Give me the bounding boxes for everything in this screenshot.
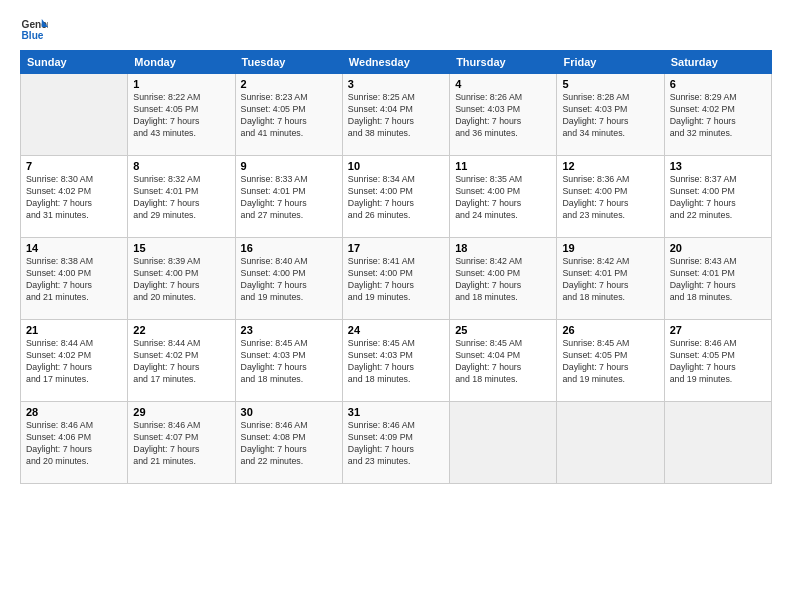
day-info: Sunrise: 8:30 AM Sunset: 4:02 PM Dayligh… (26, 174, 122, 222)
calendar-cell: 12Sunrise: 8:36 AM Sunset: 4:00 PM Dayli… (557, 156, 664, 238)
day-number: 7 (26, 160, 122, 172)
day-info: Sunrise: 8:35 AM Sunset: 4:00 PM Dayligh… (455, 174, 551, 222)
calendar-cell: 13Sunrise: 8:37 AM Sunset: 4:00 PM Dayli… (664, 156, 771, 238)
day-number: 10 (348, 160, 444, 172)
col-header-sunday: Sunday (21, 51, 128, 74)
day-info: Sunrise: 8:34 AM Sunset: 4:00 PM Dayligh… (348, 174, 444, 222)
calendar-cell: 17Sunrise: 8:41 AM Sunset: 4:00 PM Dayli… (342, 238, 449, 320)
calendar-cell: 27Sunrise: 8:46 AM Sunset: 4:05 PM Dayli… (664, 320, 771, 402)
logo: General Blue (20, 16, 48, 44)
day-number: 25 (455, 324, 551, 336)
day-info: Sunrise: 8:25 AM Sunset: 4:04 PM Dayligh… (348, 92, 444, 140)
day-number: 4 (455, 78, 551, 90)
day-info: Sunrise: 8:44 AM Sunset: 4:02 PM Dayligh… (26, 338, 122, 386)
calendar-cell: 25Sunrise: 8:45 AM Sunset: 4:04 PM Dayli… (450, 320, 557, 402)
calendar-cell: 18Sunrise: 8:42 AM Sunset: 4:00 PM Dayli… (450, 238, 557, 320)
calendar-cell: 30Sunrise: 8:46 AM Sunset: 4:08 PM Dayli… (235, 402, 342, 484)
week-row-2: 7Sunrise: 8:30 AM Sunset: 4:02 PM Daylig… (21, 156, 772, 238)
header-row: SundayMondayTuesdayWednesdayThursdayFrid… (21, 51, 772, 74)
day-number: 8 (133, 160, 229, 172)
calendar-cell: 10Sunrise: 8:34 AM Sunset: 4:00 PM Dayli… (342, 156, 449, 238)
day-info: Sunrise: 8:45 AM Sunset: 4:04 PM Dayligh… (455, 338, 551, 386)
day-info: Sunrise: 8:32 AM Sunset: 4:01 PM Dayligh… (133, 174, 229, 222)
calendar-cell: 23Sunrise: 8:45 AM Sunset: 4:03 PM Dayli… (235, 320, 342, 402)
calendar-cell (557, 402, 664, 484)
day-info: Sunrise: 8:22 AM Sunset: 4:05 PM Dayligh… (133, 92, 229, 140)
day-number: 29 (133, 406, 229, 418)
day-number: 16 (241, 242, 337, 254)
day-info: Sunrise: 8:44 AM Sunset: 4:02 PM Dayligh… (133, 338, 229, 386)
day-number: 27 (670, 324, 766, 336)
day-info: Sunrise: 8:45 AM Sunset: 4:05 PM Dayligh… (562, 338, 658, 386)
day-info: Sunrise: 8:29 AM Sunset: 4:02 PM Dayligh… (670, 92, 766, 140)
calendar-cell: 7Sunrise: 8:30 AM Sunset: 4:02 PM Daylig… (21, 156, 128, 238)
calendar-cell: 29Sunrise: 8:46 AM Sunset: 4:07 PM Dayli… (128, 402, 235, 484)
day-info: Sunrise: 8:28 AM Sunset: 4:03 PM Dayligh… (562, 92, 658, 140)
calendar-cell: 8Sunrise: 8:32 AM Sunset: 4:01 PM Daylig… (128, 156, 235, 238)
day-info: Sunrise: 8:41 AM Sunset: 4:00 PM Dayligh… (348, 256, 444, 304)
week-row-4: 21Sunrise: 8:44 AM Sunset: 4:02 PM Dayli… (21, 320, 772, 402)
week-row-1: 1Sunrise: 8:22 AM Sunset: 4:05 PM Daylig… (21, 74, 772, 156)
calendar-cell: 9Sunrise: 8:33 AM Sunset: 4:01 PM Daylig… (235, 156, 342, 238)
day-info: Sunrise: 8:46 AM Sunset: 4:05 PM Dayligh… (670, 338, 766, 386)
calendar-cell (664, 402, 771, 484)
col-header-thursday: Thursday (450, 51, 557, 74)
calendar-cell: 20Sunrise: 8:43 AM Sunset: 4:01 PM Dayli… (664, 238, 771, 320)
day-number: 2 (241, 78, 337, 90)
week-row-5: 28Sunrise: 8:46 AM Sunset: 4:06 PM Dayli… (21, 402, 772, 484)
calendar-cell: 28Sunrise: 8:46 AM Sunset: 4:06 PM Dayli… (21, 402, 128, 484)
day-info: Sunrise: 8:26 AM Sunset: 4:03 PM Dayligh… (455, 92, 551, 140)
day-number: 17 (348, 242, 444, 254)
day-number: 3 (348, 78, 444, 90)
day-number: 14 (26, 242, 122, 254)
calendar-cell (450, 402, 557, 484)
calendar-cell: 11Sunrise: 8:35 AM Sunset: 4:00 PM Dayli… (450, 156, 557, 238)
calendar-cell: 26Sunrise: 8:45 AM Sunset: 4:05 PM Dayli… (557, 320, 664, 402)
day-number: 31 (348, 406, 444, 418)
day-info: Sunrise: 8:43 AM Sunset: 4:01 PM Dayligh… (670, 256, 766, 304)
day-number: 19 (562, 242, 658, 254)
page: General Blue SundayMondayTuesdayWednesda… (0, 0, 792, 612)
day-info: Sunrise: 8:33 AM Sunset: 4:01 PM Dayligh… (241, 174, 337, 222)
col-header-monday: Monday (128, 51, 235, 74)
day-info: Sunrise: 8:46 AM Sunset: 4:09 PM Dayligh… (348, 420, 444, 468)
day-number: 21 (26, 324, 122, 336)
day-info: Sunrise: 8:40 AM Sunset: 4:00 PM Dayligh… (241, 256, 337, 304)
day-info: Sunrise: 8:42 AM Sunset: 4:00 PM Dayligh… (455, 256, 551, 304)
calendar-cell: 24Sunrise: 8:45 AM Sunset: 4:03 PM Dayli… (342, 320, 449, 402)
day-info: Sunrise: 8:45 AM Sunset: 4:03 PM Dayligh… (241, 338, 337, 386)
calendar-cell: 6Sunrise: 8:29 AM Sunset: 4:02 PM Daylig… (664, 74, 771, 156)
col-header-tuesday: Tuesday (235, 51, 342, 74)
day-info: Sunrise: 8:46 AM Sunset: 4:08 PM Dayligh… (241, 420, 337, 468)
calendar-cell: 16Sunrise: 8:40 AM Sunset: 4:00 PM Dayli… (235, 238, 342, 320)
svg-text:Blue: Blue (22, 30, 44, 41)
day-number: 22 (133, 324, 229, 336)
calendar-cell: 5Sunrise: 8:28 AM Sunset: 4:03 PM Daylig… (557, 74, 664, 156)
day-number: 6 (670, 78, 766, 90)
calendar-cell: 22Sunrise: 8:44 AM Sunset: 4:02 PM Dayli… (128, 320, 235, 402)
col-header-saturday: Saturday (664, 51, 771, 74)
week-row-3: 14Sunrise: 8:38 AM Sunset: 4:00 PM Dayli… (21, 238, 772, 320)
day-number: 28 (26, 406, 122, 418)
day-info: Sunrise: 8:38 AM Sunset: 4:00 PM Dayligh… (26, 256, 122, 304)
calendar-cell (21, 74, 128, 156)
col-header-wednesday: Wednesday (342, 51, 449, 74)
day-number: 26 (562, 324, 658, 336)
day-info: Sunrise: 8:42 AM Sunset: 4:01 PM Dayligh… (562, 256, 658, 304)
calendar-cell: 15Sunrise: 8:39 AM Sunset: 4:00 PM Dayli… (128, 238, 235, 320)
day-number: 30 (241, 406, 337, 418)
logo-icon: General Blue (20, 16, 48, 44)
day-number: 1 (133, 78, 229, 90)
calendar-cell: 3Sunrise: 8:25 AM Sunset: 4:04 PM Daylig… (342, 74, 449, 156)
day-info: Sunrise: 8:39 AM Sunset: 4:00 PM Dayligh… (133, 256, 229, 304)
day-number: 20 (670, 242, 766, 254)
calendar-cell: 1Sunrise: 8:22 AM Sunset: 4:05 PM Daylig… (128, 74, 235, 156)
day-info: Sunrise: 8:46 AM Sunset: 4:07 PM Dayligh… (133, 420, 229, 468)
day-info: Sunrise: 8:46 AM Sunset: 4:06 PM Dayligh… (26, 420, 122, 468)
day-number: 5 (562, 78, 658, 90)
day-number: 23 (241, 324, 337, 336)
calendar-cell: 2Sunrise: 8:23 AM Sunset: 4:05 PM Daylig… (235, 74, 342, 156)
day-number: 9 (241, 160, 337, 172)
calendar-cell: 14Sunrise: 8:38 AM Sunset: 4:00 PM Dayli… (21, 238, 128, 320)
day-number: 15 (133, 242, 229, 254)
